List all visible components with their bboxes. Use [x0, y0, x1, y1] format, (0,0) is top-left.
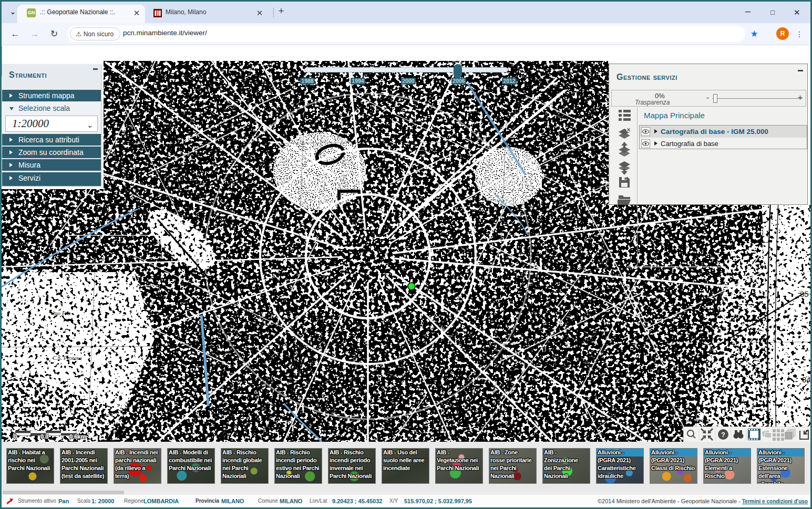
svg-text:Calvairate: Calvairate	[683, 417, 708, 423]
svg-text:C.S. Protaso: C.S. Protaso	[53, 355, 82, 361]
svg-text:?: ?	[721, 431, 725, 439]
svg-text:34: 34	[802, 375, 811, 384]
svg-text:Vigo Fra: Vigo Fra	[50, 310, 71, 316]
svg-text:35: 35	[800, 289, 809, 298]
